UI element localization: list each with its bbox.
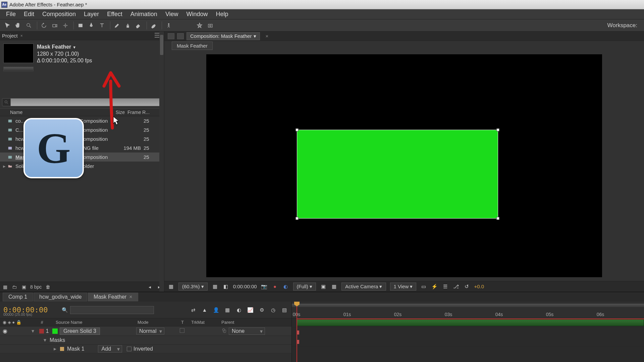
motion-blur-icon[interactable]: ◐ xyxy=(235,306,243,314)
twirl-down-icon[interactable]: ▾ xyxy=(30,328,36,334)
resolution-dropdown[interactable]: (Full) ▾ xyxy=(293,283,316,291)
twirl-down-icon[interactable]: ▾ xyxy=(44,337,50,343)
frame-blend-icon[interactable]: ▦ xyxy=(224,306,231,314)
col-mode[interactable]: Mode xyxy=(138,320,181,325)
layer-visibility-icon[interactable]: ◉ xyxy=(0,328,30,334)
col-name[interactable]: Name xyxy=(0,110,64,115)
project-search-input[interactable] xyxy=(11,98,162,106)
graph-editor-icon[interactable]: 📈 xyxy=(247,306,254,314)
mask-mode-dropdown[interactable]: Add xyxy=(98,345,122,353)
hand-tool-icon[interactable] xyxy=(13,21,23,30)
selection-tool-icon[interactable] xyxy=(3,21,12,30)
roi-icon[interactable]: ▣ xyxy=(320,284,327,290)
menu-effect[interactable]: Effect xyxy=(103,9,126,19)
col-parent[interactable]: Parent xyxy=(221,320,262,325)
roto-brush-tool-icon[interactable] xyxy=(149,21,158,30)
magnification-icon[interactable]: ▦ xyxy=(168,284,174,290)
layer-name[interactable]: Green Solid 3 xyxy=(60,327,100,335)
close-icon[interactable]: × xyxy=(265,33,268,39)
pen-tool-icon[interactable] xyxy=(87,21,96,30)
exposure-reset-icon[interactable]: ↺ xyxy=(463,284,470,290)
search-icon[interactable] xyxy=(2,98,11,106)
viewer-stage[interactable] xyxy=(206,54,602,277)
comp-mini-flowchart-icon[interactable]: ⇄ xyxy=(190,306,197,314)
mask-handle-bottom-right[interactable] xyxy=(496,217,499,220)
blend-mode-dropdown[interactable]: Normal xyxy=(136,327,164,335)
timeline-icon[interactable]: ☰ xyxy=(442,284,448,290)
layer-row[interactable]: ◉ ▾ 1 Green Solid 3 Normal None xyxy=(0,326,291,336)
auto-keyframe-icon[interactable]: ◷ xyxy=(269,306,277,314)
viewer-type-icon[interactable] xyxy=(177,33,184,39)
snapshot-icon[interactable]: 📷 xyxy=(261,284,268,290)
eraser-tool-icon[interactable] xyxy=(134,21,143,30)
mask-handle-top-left[interactable] xyxy=(296,128,299,131)
layer-label-color[interactable] xyxy=(39,329,44,334)
layer-track[interactable] xyxy=(292,318,644,328)
mask-row[interactable]: ▸ Mask 1 Add Inverted xyxy=(0,345,291,353)
menu-animation[interactable]: Animation xyxy=(126,9,161,19)
chevron-down-icon[interactable]: ▼ xyxy=(72,45,76,49)
project-scrollbar[interactable] xyxy=(159,116,164,282)
comp-flowchart-icon[interactable]: ⎇ xyxy=(452,284,459,290)
camera-tool-icon[interactable] xyxy=(50,21,59,30)
rotation-tool-icon[interactable] xyxy=(39,21,49,30)
layer-bar[interactable] xyxy=(297,319,644,326)
mask-toggle-icon[interactable]: ◧ xyxy=(222,284,229,290)
menu-help[interactable]: Help xyxy=(212,9,232,19)
comp-name[interactable]: Mask Feather xyxy=(37,44,71,50)
clone-stamp-tool-icon[interactable] xyxy=(123,21,132,30)
grid-icon[interactable]: ▦ xyxy=(212,284,218,290)
col-size[interactable]: Size xyxy=(104,110,127,115)
draft-3d-icon[interactable]: ▲ xyxy=(201,306,208,314)
brush-tool-icon[interactable] xyxy=(112,21,122,30)
mask-handle-bottom-left[interactable] xyxy=(296,217,299,220)
preserve-transparency-checkbox[interactable] xyxy=(180,328,184,333)
fast-preview-icon[interactable]: ⚡ xyxy=(431,284,438,290)
camera-dropdown[interactable]: Active Camera ▾ xyxy=(341,283,386,291)
shy-icon[interactable]: 👤 xyxy=(212,306,220,314)
zoom-tool-icon[interactable] xyxy=(24,21,34,30)
menu-view[interactable]: View xyxy=(161,9,182,19)
mask-color-swatch[interactable] xyxy=(60,347,64,351)
new-folder-icon[interactable]: 🗀 xyxy=(11,284,17,290)
pixel-aspect-icon[interactable]: ▭ xyxy=(420,284,427,290)
parent-dropdown[interactable]: None xyxy=(229,327,265,335)
close-icon[interactable]: × xyxy=(20,34,23,38)
twirl-icon[interactable]: ▸ xyxy=(2,163,7,169)
viewer-timecode[interactable]: 0:00:00:00 xyxy=(233,284,257,289)
col-trkmat[interactable]: TrkMat xyxy=(191,320,221,325)
star-icon[interactable] xyxy=(195,21,204,30)
current-time-indicator[interactable] xyxy=(297,302,297,362)
col-frame-rate[interactable]: Frame R... xyxy=(127,110,158,115)
rectangle-tool-icon[interactable] xyxy=(76,21,85,30)
mask1-track[interactable] xyxy=(292,337,644,347)
green-solid-layer[interactable] xyxy=(297,130,498,219)
timeline-tab[interactable]: hcw_godiva_wide xyxy=(34,293,87,301)
viewer-lock-icon[interactable] xyxy=(168,33,174,39)
new-comp-icon[interactable]: ▣ xyxy=(21,284,27,290)
zoom-dropdown[interactable]: (60.3%) ▾ xyxy=(178,283,208,291)
interpret-footage-icon[interactable]: ▦ xyxy=(2,284,8,290)
mask-name[interactable]: Mask 1 xyxy=(67,346,85,352)
timeline-tab[interactable]: Mask Feather× xyxy=(88,293,138,301)
graph-toggle-icon[interactable]: ▤ xyxy=(281,306,288,314)
masks-track[interactable] xyxy=(292,328,644,337)
menu-window[interactable]: Window xyxy=(182,9,212,19)
time-ruler[interactable]: 00s 01s 02s 03s 04s 05s 06s xyxy=(292,302,644,318)
masks-group-row[interactable]: ▾ Masks xyxy=(0,336,291,345)
twirl-right-icon[interactable]: ▸ xyxy=(54,346,60,352)
timeline-search-input[interactable] xyxy=(70,306,154,314)
trash-icon[interactable]: 🗑 xyxy=(45,284,51,290)
brainstorm-icon[interactable]: ⚙ xyxy=(258,306,265,314)
inverted-checkbox[interactable] xyxy=(127,347,131,351)
timeline-tab[interactable]: Comp 1 xyxy=(3,293,33,301)
snapshot-icon[interactable] xyxy=(206,21,215,30)
channel-icon[interactable]: ● xyxy=(272,284,278,290)
views-dropdown[interactable]: 1 View ▾ xyxy=(390,283,417,291)
close-icon[interactable]: × xyxy=(129,294,132,300)
menu-layer[interactable]: Layer xyxy=(80,9,103,19)
exposure-value[interactable]: +0.0 xyxy=(474,284,484,289)
type-tool-icon[interactable] xyxy=(97,21,107,30)
timeline-track-area[interactable]: 00s 01s 02s 03s 04s 05s 06s xyxy=(292,302,644,362)
project-panel-tab[interactable]: Project × xyxy=(0,32,164,40)
